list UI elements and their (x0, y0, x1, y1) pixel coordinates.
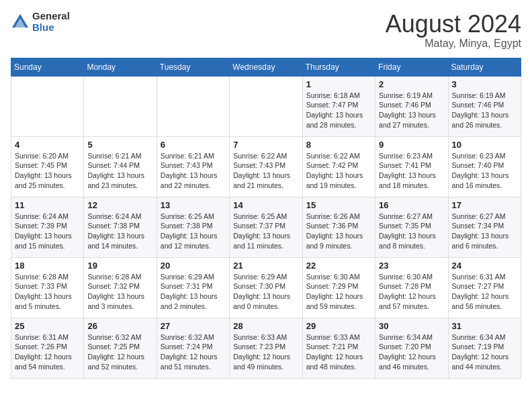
location-subtitle: Matay, Minya, Egypt (386, 38, 521, 50)
day-number: 11 (15, 200, 80, 210)
day-number: 30 (379, 321, 444, 331)
calendar-cell: 13Sunrise: 6:25 AMSunset: 7:38 PMDayligh… (157, 197, 229, 257)
day-number: 25 (15, 321, 80, 331)
day-info: Sunrise: 6:28 AMSunset: 7:33 PMDaylight:… (15, 272, 80, 312)
day-number: 20 (161, 261, 226, 271)
calendar-week-1: 1Sunrise: 6:18 AMSunset: 7:47 PMDaylight… (11, 76, 521, 136)
day-info: Sunrise: 6:34 AMSunset: 7:20 PMDaylight:… (379, 332, 444, 372)
day-number: 28 (233, 321, 298, 331)
day-number: 7 (233, 140, 298, 150)
calendar-cell: 7Sunrise: 6:22 AMSunset: 7:43 PMDaylight… (230, 136, 302, 197)
day-info: Sunrise: 6:33 AMSunset: 7:23 PMDaylight:… (233, 332, 298, 372)
weekday-header-wednesday: Wednesday (230, 58, 302, 76)
calendar-cell: 27Sunrise: 6:32 AMSunset: 7:24 PMDayligh… (157, 318, 229, 378)
day-info: Sunrise: 6:24 AMSunset: 7:39 PMDaylight:… (15, 212, 80, 251)
day-number: 17 (452, 200, 517, 210)
day-number: 18 (15, 261, 80, 271)
day-info: Sunrise: 6:22 AMSunset: 7:43 PMDaylight:… (233, 151, 298, 191)
day-number: 29 (306, 321, 371, 331)
logo-text: General Blue (32, 11, 70, 33)
calendar-cell (230, 76, 302, 136)
calendar-cell: 19Sunrise: 6:28 AMSunset: 7:32 PMDayligh… (84, 257, 157, 318)
page-header: General Blue August 2024 Matay, Minya, E… (11, 11, 521, 50)
calendar-cell: 6Sunrise: 6:21 AMSunset: 7:43 PMDaylight… (157, 136, 229, 197)
calendar-week-5: 25Sunrise: 6:31 AMSunset: 7:26 PMDayligh… (11, 318, 521, 378)
calendar-cell: 22Sunrise: 6:30 AMSunset: 7:29 PMDayligh… (302, 257, 375, 318)
calendar-cell: 24Sunrise: 6:31 AMSunset: 7:27 PMDayligh… (448, 257, 521, 318)
calendar-cell: 3Sunrise: 6:19 AMSunset: 7:46 PMDaylight… (448, 76, 521, 136)
calendar-week-3: 11Sunrise: 6:24 AMSunset: 7:39 PMDayligh… (11, 197, 521, 257)
day-number: 19 (87, 261, 152, 271)
weekday-header-saturday: Saturday (448, 58, 521, 76)
calendar-cell: 26Sunrise: 6:32 AMSunset: 7:25 PMDayligh… (84, 318, 157, 378)
day-number: 3 (452, 79, 517, 89)
day-number: 10 (452, 140, 517, 150)
day-info: Sunrise: 6:21 AMSunset: 7:43 PMDaylight:… (161, 151, 226, 191)
calendar-cell: 8Sunrise: 6:22 AMSunset: 7:42 PMDaylight… (302, 136, 375, 197)
logo-general-text: General (32, 11, 70, 22)
calendar-table: SundayMondayTuesdayWednesdayThursdayFrid… (11, 58, 521, 379)
day-info: Sunrise: 6:30 AMSunset: 7:28 PMDaylight:… (379, 272, 444, 312)
day-info: Sunrise: 6:26 AMSunset: 7:36 PMDaylight:… (306, 212, 371, 251)
day-info: Sunrise: 6:33 AMSunset: 7:21 PMDaylight:… (306, 332, 371, 372)
day-number: 23 (379, 261, 444, 271)
calendar-cell: 30Sunrise: 6:34 AMSunset: 7:20 PMDayligh… (375, 318, 448, 378)
day-info: Sunrise: 6:31 AMSunset: 7:27 PMDaylight:… (452, 272, 517, 312)
day-info: Sunrise: 6:19 AMSunset: 7:46 PMDaylight:… (379, 91, 444, 130)
logo: General Blue (11, 11, 70, 33)
month-year-title: August 2024 (386, 11, 521, 38)
calendar-cell: 31Sunrise: 6:34 AMSunset: 7:19 PMDayligh… (448, 318, 521, 378)
day-number: 8 (306, 140, 371, 150)
day-info: Sunrise: 6:25 AMSunset: 7:37 PMDaylight:… (233, 212, 298, 251)
calendar-cell (157, 76, 229, 136)
day-number: 9 (379, 140, 444, 150)
calendar-cell: 2Sunrise: 6:19 AMSunset: 7:46 PMDaylight… (375, 76, 448, 136)
calendar-cell: 14Sunrise: 6:25 AMSunset: 7:37 PMDayligh… (230, 197, 302, 257)
day-info: Sunrise: 6:24 AMSunset: 7:38 PMDaylight:… (87, 212, 152, 251)
day-number: 15 (306, 200, 371, 210)
day-info: Sunrise: 6:27 AMSunset: 7:35 PMDaylight:… (379, 212, 444, 251)
day-info: Sunrise: 6:25 AMSunset: 7:38 PMDaylight:… (161, 212, 226, 251)
day-number: 12 (87, 200, 152, 210)
calendar-cell: 11Sunrise: 6:24 AMSunset: 7:39 PMDayligh… (11, 197, 84, 257)
calendar-cell: 25Sunrise: 6:31 AMSunset: 7:26 PMDayligh… (11, 318, 84, 378)
calendar-week-4: 18Sunrise: 6:28 AMSunset: 7:33 PMDayligh… (11, 257, 521, 318)
calendar-cell: 28Sunrise: 6:33 AMSunset: 7:23 PMDayligh… (230, 318, 302, 378)
calendar-cell: 18Sunrise: 6:28 AMSunset: 7:33 PMDayligh… (11, 257, 84, 318)
weekday-header-friday: Friday (375, 58, 448, 76)
day-number: 26 (87, 321, 152, 331)
day-info: Sunrise: 6:34 AMSunset: 7:19 PMDaylight:… (452, 332, 517, 372)
day-info: Sunrise: 6:22 AMSunset: 7:42 PMDaylight:… (306, 151, 371, 191)
day-number: 13 (161, 200, 226, 210)
day-number: 4 (15, 140, 80, 150)
weekday-header-thursday: Thursday (302, 58, 375, 76)
calendar-cell: 5Sunrise: 6:21 AMSunset: 7:44 PMDaylight… (84, 136, 157, 197)
day-info: Sunrise: 6:28 AMSunset: 7:32 PMDaylight:… (87, 272, 152, 312)
day-number: 2 (379, 79, 444, 89)
calendar-cell (11, 76, 84, 136)
calendar-cell: 17Sunrise: 6:27 AMSunset: 7:34 PMDayligh… (448, 197, 521, 257)
calendar-cell: 20Sunrise: 6:29 AMSunset: 7:31 PMDayligh… (157, 257, 229, 318)
day-number: 31 (452, 321, 517, 331)
day-info: Sunrise: 6:18 AMSunset: 7:47 PMDaylight:… (306, 91, 371, 130)
day-info: Sunrise: 6:31 AMSunset: 7:26 PMDaylight:… (15, 332, 80, 372)
day-info: Sunrise: 6:27 AMSunset: 7:34 PMDaylight:… (452, 212, 517, 251)
day-info: Sunrise: 6:29 AMSunset: 7:31 PMDaylight:… (161, 272, 226, 312)
weekday-header-tuesday: Tuesday (157, 58, 229, 76)
day-number: 16 (379, 200, 444, 210)
day-info: Sunrise: 6:32 AMSunset: 7:24 PMDaylight:… (161, 332, 226, 372)
calendar-cell: 21Sunrise: 6:29 AMSunset: 7:30 PMDayligh… (230, 257, 302, 318)
calendar-cell (84, 76, 157, 136)
logo-blue-text: Blue (32, 22, 70, 34)
day-number: 27 (161, 321, 226, 331)
logo-icon (11, 13, 30, 32)
day-number: 6 (161, 140, 226, 150)
calendar-cell: 1Sunrise: 6:18 AMSunset: 7:47 PMDaylight… (302, 76, 375, 136)
title-block: August 2024 Matay, Minya, Egypt (386, 11, 521, 50)
day-number: 24 (452, 261, 517, 271)
calendar-cell: 15Sunrise: 6:26 AMSunset: 7:36 PMDayligh… (302, 197, 375, 257)
day-number: 14 (233, 200, 298, 210)
day-info: Sunrise: 6:20 AMSunset: 7:45 PMDaylight:… (15, 151, 80, 191)
day-number: 5 (87, 140, 152, 150)
calendar-cell: 23Sunrise: 6:30 AMSunset: 7:28 PMDayligh… (375, 257, 448, 318)
